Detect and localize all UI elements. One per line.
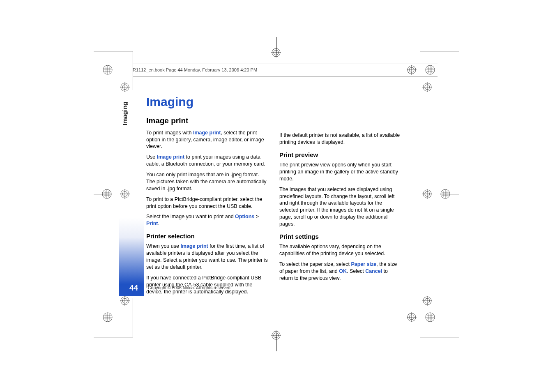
- body-text: To print to a PictBridge-compliant print…: [146, 196, 268, 210]
- crop-line: [420, 51, 459, 51]
- body-text: To print images with Image print, select…: [146, 129, 268, 150]
- crop-line: [94, 194, 112, 194]
- crop-line: [420, 298, 420, 337]
- crop-line: [133, 298, 133, 337]
- registration-mark-icon: [271, 48, 281, 58]
- registration-mark-icon: [120, 189, 130, 199]
- header-rule: [133, 76, 438, 76]
- registration-mark-icon: [422, 296, 432, 306]
- registration-mark-icon: [407, 65, 417, 75]
- side-tab-label: Imaging: [121, 101, 128, 125]
- section-heading: Image print: [146, 115, 268, 126]
- ui-term: Print: [146, 221, 158, 226]
- page-number: 44: [129, 284, 138, 293]
- registration-hatch-icon: [103, 65, 113, 75]
- registration-mark-icon: [422, 189, 432, 199]
- page-content: Imaging Image print To print images with…: [146, 95, 401, 299]
- body-text: Select the image you want to print and O…: [146, 213, 268, 227]
- crop-line: [420, 337, 459, 337]
- registration-mark-icon: [422, 82, 432, 92]
- registration-mark-icon: [407, 312, 417, 322]
- ui-term: Options: [235, 214, 254, 219]
- column-left: Image print To print images with Image p…: [146, 115, 268, 299]
- crop-line: [276, 333, 276, 351]
- subsection-heading: Print settings: [279, 233, 401, 241]
- registration-mark-icon: [120, 82, 130, 92]
- body-text: The print preview view opens only when y…: [279, 161, 401, 182]
- ui-term: Image print: [157, 154, 184, 160]
- ui-term: Paper size: [351, 261, 376, 267]
- header-rule: [133, 64, 438, 64]
- subsection-heading: Printer selection: [146, 232, 268, 240]
- chapter-title: Imaging: [146, 95, 401, 109]
- crop-line: [440, 194, 459, 194]
- crop-line: [276, 37, 276, 55]
- body-text: You can only print images that are in .j…: [146, 171, 268, 192]
- ui-term: Cancel: [365, 268, 382, 274]
- column-right: If the default printer is not available,…: [279, 115, 401, 299]
- body-text: The available options vary, depending on…: [279, 243, 401, 257]
- registration-hatch-icon: [102, 189, 112, 199]
- ui-term: Image print: [193, 130, 221, 136]
- running-header: R1112_en.book Page 44 Monday, February 1…: [133, 67, 257, 72]
- registration-hatch-icon: [440, 189, 450, 199]
- crop-line: [94, 337, 133, 337]
- body-text: When you use Image print for the first t…: [146, 243, 268, 271]
- registration-mark-icon: [271, 330, 281, 340]
- body-text: If the default printer is not available,…: [279, 132, 401, 146]
- crop-line: [420, 51, 420, 90]
- registration-mark-icon: [120, 296, 130, 306]
- registration-hatch-icon: [425, 312, 435, 322]
- body-text: To select the paper size, select Paper s…: [279, 261, 401, 282]
- body-text: If you have connected a PictBridge-compl…: [146, 274, 268, 295]
- ui-term: OK: [339, 268, 347, 274]
- crop-line: [94, 51, 133, 51]
- registration-hatch-icon: [425, 65, 435, 75]
- registration-hatch-icon: [103, 312, 113, 322]
- subsection-heading: Print preview: [279, 151, 401, 159]
- body-text: The images that you selected are display…: [279, 186, 401, 228]
- ui-term: Image print: [180, 243, 208, 249]
- body-text: Use Image print to print your images usi…: [146, 154, 268, 168]
